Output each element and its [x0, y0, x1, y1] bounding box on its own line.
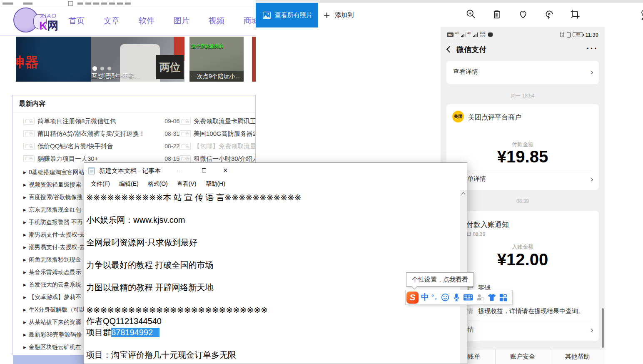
ad-badge: 广告 [23, 118, 35, 125]
menu-format[interactable]: 格式(O) [145, 179, 171, 190]
add-to-button[interactable]: + 添加到 [324, 3, 354, 27]
maximize-button[interactable] [192, 163, 212, 179]
status-time: 11:39 [585, 32, 598, 38]
sogou-logo-icon[interactable]: S [406, 292, 419, 304]
ad-text: 低价QQ钻/名片赞/快手抖音 [37, 142, 113, 150]
ad-row[interactable]: 广告 免费领取流量卡腾讯王 [179, 115, 255, 127]
message-bubble-icon [488, 32, 493, 37]
thumb1-title: 神器 [16, 53, 39, 72]
window-title: 新建文本文档 - 记事本 [99, 167, 161, 175]
notepad-title-bar[interactable]: 新建文本文档 - 记事本 – × [84, 163, 467, 179]
ad-text: 简单项目注册领8元微信红包 [37, 117, 116, 125]
list-item[interactable]: ▶0基础搭建淘宝客网站 [23, 166, 85, 179]
menu-view[interactable]: 查看(V) [174, 179, 200, 190]
keyboard-icon[interactable] [463, 293, 473, 302]
selected-text: 678194992 [111, 328, 160, 337]
zoom-in-icon[interactable] [465, 8, 477, 20]
wechat-pay-header: 微信支付 ··· [441, 43, 605, 57]
thumb3-tag: 这个穿的最男的 [191, 43, 223, 50]
nav-articles[interactable]: 文章 [103, 15, 120, 26]
text-line: 项目群678194992 [86, 327, 460, 338]
partial-text-mark [77, 2, 131, 5]
ad-row[interactable]: 广告 低价QQ钻/名片赞/快手抖音 08-22 [23, 140, 179, 152]
chevron-right-icon: › [591, 67, 593, 76]
list-item[interactable]: ▶首发强大的云盘系统 [23, 279, 81, 291]
plus-icon: + [324, 9, 330, 22]
alarm-icon [559, 32, 565, 37]
bill-details-link[interactable]: 账单详情› [461, 175, 593, 183]
video-thumb-1[interactable]: 神器 [16, 37, 91, 82]
view-details-label: 查看详情 [453, 68, 478, 76]
menu-file[interactable]: 文件(F) [87, 179, 113, 190]
punctuation-icon[interactable]: °， [431, 294, 438, 301]
meituan-icon: 美团 [452, 111, 464, 122]
divider [13, 112, 255, 112]
divider [455, 321, 591, 321]
scrollbar-thumb[interactable] [602, 308, 604, 348]
chinese-mode-icon[interactable]: 中 [421, 292, 429, 303]
nav-software[interactable]: 软件 [138, 15, 155, 26]
list-item[interactable]: ▶百度搜索/谷歌镜像搜 [23, 191, 83, 204]
video-thumb-4-sliver[interactable] [252, 37, 256, 82]
notepad-text-area[interactable]: ※※※※※※※※※※※本 站 宣 传 语 言※※※※※※※※※※※ 小K娱乐网：… [85, 190, 460, 364]
status-right: 80 11:39 [559, 32, 598, 38]
ad-row[interactable]: 广告 莆田精仿A货/潮衣潮裤专卖/支持退换！ 08-31 [23, 127, 179, 140]
menu-help[interactable]: 帮助(H) [202, 179, 228, 190]
ad-text: 莆田精仿A货/潮衣潮裤专卖/支持退换！ [37, 130, 145, 138]
thumb2-watermark: 两位 [156, 55, 184, 79]
divider [455, 170, 591, 170]
rotate-icon[interactable] [543, 8, 555, 20]
skin-tshirt-icon[interactable] [487, 293, 496, 302]
ad-row[interactable]: 广告 【包邮】免费领取流量 [179, 140, 255, 152]
nav-other-help[interactable]: 其他帮助 [550, 349, 605, 364]
back-icon[interactable] [446, 46, 453, 53]
window-controls: – × [165, 163, 235, 179]
view-all-photos-button[interactable]: 查看所有照片 [256, 3, 318, 27]
toolbox-grid-icon[interactable] [499, 293, 508, 302]
nav-videos[interactable]: 视频 [208, 15, 225, 26]
menu-edit[interactable]: 编辑(E) [116, 179, 142, 190]
favorite-icon[interactable] [517, 8, 529, 20]
list-item[interactable]: ▶手机防盗报警器 不再 [23, 216, 83, 229]
ad-row[interactable]: 广告 简单项目注册领8元微信红包 09-06 [23, 115, 179, 127]
list-item[interactable]: ▶某音乐雷姆动态显示 [23, 266, 81, 279]
list-item[interactable]: ▶金融区块链云矿机在 [23, 341, 81, 354]
emoji-icon[interactable] [441, 293, 450, 302]
view-details-card[interactable]: 查看详情› [446, 61, 599, 84]
minimize-button[interactable]: – [169, 163, 188, 179]
text-line: 全网最叼资源网-只求做到最好 [86, 237, 460, 248]
list-item[interactable]: ▶潮男易支付-去授权-去 [23, 241, 85, 254]
ad-date: 08-22 [161, 143, 179, 150]
skin-profile-icon[interactable] [476, 293, 485, 302]
nav-home[interactable]: 首页 [68, 15, 85, 26]
list-item[interactable]: ▶闲鱼无限撸秒到现金 [23, 254, 81, 266]
video-thumb-3[interactable]: 这个穿的最男的 一次点9个陪玩小… [189, 37, 244, 82]
list-item[interactable]: ▶最新彩38完整源码修 [23, 329, 82, 341]
voice-icon[interactable] [452, 293, 461, 302]
edit-partial-icon[interactable] [637, 9, 643, 22]
text-line: 力图以最精的教程 开辟网络新天地 [86, 282, 460, 293]
details-link[interactable]: 详情› [461, 326, 593, 334]
delete-icon[interactable] [491, 8, 503, 20]
ime-tooltip[interactable]: 个性设置，点我看看 [406, 272, 474, 287]
ad-text: 租微信一小时30/介绍人 [194, 155, 255, 163]
ad-row[interactable]: 广告 美国100G高防服务器2 [179, 127, 255, 140]
more-icon[interactable]: ··· [586, 43, 598, 54]
site-logo-icon[interactable] [13, 7, 38, 32]
list-item[interactable]: ▶京东无限撸现金红包 [23, 204, 81, 216]
chevron-right-icon: › [591, 325, 593, 334]
ad-badge: 广告 [23, 143, 35, 150]
list-item[interactable]: ▶从某站拔下来的资源 [23, 316, 81, 329]
ad-text: 美国100G高防服务器2 [194, 130, 255, 138]
video-thumb-2[interactable]: 两位 互怼吧骚年-不容… [91, 37, 184, 82]
close-button[interactable]: × [216, 163, 235, 179]
nav-images[interactable]: 图片 [173, 15, 190, 26]
carousel-dots[interactable] [92, 66, 111, 71]
network-speed: 536B/s [480, 31, 485, 38]
list-item[interactable]: ▶视频资源轻量级搜索 [23, 179, 81, 191]
list-item[interactable]: ▶潮男易支付-去授权-去 [23, 229, 85, 241]
list-item[interactable]: ▶牛X分身破解版（可以 [23, 304, 85, 316]
list-item[interactable]: ▶【安卓游戏】萝莉不 [23, 291, 81, 304]
nav-account-security[interactable]: 账户安全 [495, 349, 550, 364]
crop-icon[interactable] [569, 8, 581, 20]
